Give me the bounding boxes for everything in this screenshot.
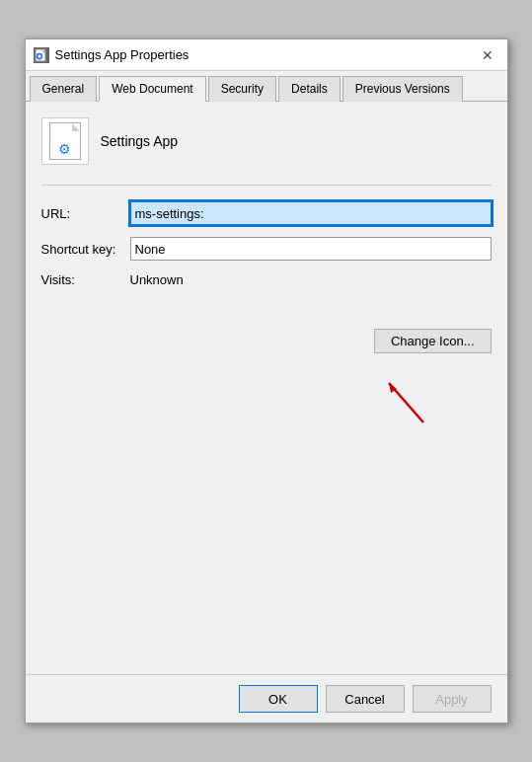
tab-general[interactable]: General xyxy=(30,76,98,102)
shortcut-label: Shortcut key: xyxy=(41,242,130,257)
visits-row: Visits: Unknown xyxy=(41,272,492,287)
url-label: URL: xyxy=(41,206,130,221)
app-name-label: Settings App xyxy=(101,133,179,149)
cancel-button[interactable]: Cancel xyxy=(326,685,405,713)
visits-label: Visits: xyxy=(41,272,130,287)
dialog-title: Settings App Properties xyxy=(55,47,190,62)
apply-button[interactable]: Apply xyxy=(413,685,492,713)
section-divider xyxy=(41,185,492,186)
title-bar: Settings App Properties ✕ xyxy=(26,39,507,71)
url-input[interactable] xyxy=(130,201,492,225)
tab-bar: General Web Document Security Details Pr… xyxy=(26,71,507,102)
tab-previous-versions[interactable]: Previous Versions xyxy=(342,76,463,102)
close-button[interactable]: ✕ xyxy=(476,43,499,67)
footer: OK Cancel Apply xyxy=(26,674,507,723)
app-header: ⚙ Settings App xyxy=(41,117,492,165)
shortcut-row: Shortcut key: xyxy=(41,237,492,261)
gear-icon: ⚙ xyxy=(58,141,71,157)
app-icon-file: ⚙ xyxy=(49,122,81,160)
tab-security[interactable]: Security xyxy=(208,76,276,102)
tab-content: ⚙ Settings App URL: Shortcut key: Visits… xyxy=(26,102,507,674)
visits-value: Unknown xyxy=(130,272,184,287)
dialog-icon xyxy=(34,47,49,63)
shortcut-input[interactable] xyxy=(130,237,492,261)
app-icon-container: ⚙ xyxy=(41,117,89,165)
arrow-annotation xyxy=(369,363,448,435)
change-icon-button[interactable]: Change Icon... xyxy=(374,329,492,353)
title-bar-left: Settings App Properties xyxy=(34,47,190,63)
url-row: URL: xyxy=(41,201,492,225)
tab-details[interactable]: Details xyxy=(278,76,341,102)
tab-web-document[interactable]: Web Document xyxy=(99,76,205,102)
dialog-window: Settings App Properties ✕ General Web Do… xyxy=(25,38,508,724)
ok-button[interactable]: OK xyxy=(239,685,318,713)
